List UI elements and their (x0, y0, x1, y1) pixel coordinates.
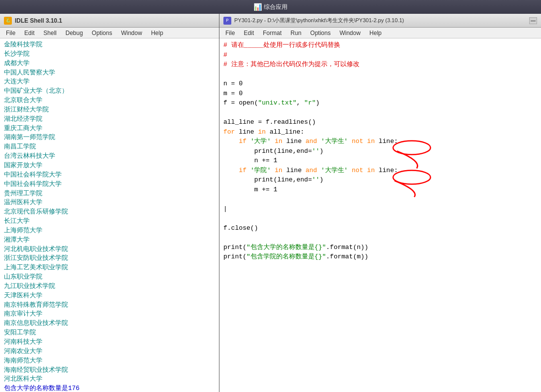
list-item: 温州医科大学 (4, 198, 215, 208)
py-menu-format[interactable]: Format (259, 29, 286, 37)
list-item: 安阳工学院 (4, 328, 215, 338)
list-item: 河北医科大学 (4, 375, 215, 384)
list-item: 中国社会科学院大学 (4, 171, 215, 180)
list-item: 国家开放大学 (4, 161, 215, 171)
list-item: 天津医科大学 (4, 291, 215, 301)
code-line: if '学院' in line and '大学生' not in line: (223, 166, 537, 176)
list-item: 台湾云林科技大学 (4, 152, 215, 161)
list-item: 浙江财经大学院 (4, 106, 215, 115)
list-item: 南京特殊教育师范学院 (4, 301, 215, 310)
list-item: 海南经贸职业技术学院 (4, 366, 215, 375)
list-item: 成都大学 (4, 59, 215, 69)
idle-shell-window: 🐍 IDLE Shell 3.10.1 FileEditShellDebugOp… (0, 14, 219, 392)
list-item: 贵州理工学院 (4, 189, 215, 199)
list-item: 山东职业学院 (4, 273, 215, 282)
code-line (223, 108, 537, 118)
code-line (223, 233, 537, 243)
code-line (223, 194, 537, 204)
code-line: # 请在_____处使用一行或多行代码替换 (223, 40, 537, 50)
py-menu-help[interactable]: Help (365, 29, 386, 37)
list-item: 大连大学 (4, 77, 215, 87)
code-line: all_line = f.readlines() (223, 117, 537, 127)
list-item: 中国社会科学院大学 (4, 180, 215, 189)
code-line (223, 70, 537, 79)
py-title-icon: P (223, 17, 231, 25)
list-item: 上海工艺美术职业学院 (4, 263, 215, 273)
idle-menu-edit[interactable]: Edit (20, 29, 38, 37)
idle-menu-window[interactable]: Window (117, 29, 146, 37)
code-line: f.close() (223, 223, 537, 233)
py-menu-options[interactable]: Options (306, 29, 334, 37)
list-item: 湖北经济学院 (4, 115, 215, 124)
py-menu-file[interactable]: File (221, 29, 239, 37)
list-item: 湘潭大学 (4, 236, 215, 245)
idle-menu-options[interactable]: Options (88, 29, 116, 37)
code-line: print("包含学院的名称数量是{}".format(m)) (223, 252, 537, 262)
code-line: # (223, 50, 537, 60)
code-line: # 注意：其他已给出代码仅作为提示，可以修改 (223, 60, 537, 70)
list-item: 河南农业大学 (4, 347, 215, 356)
list-item: 金陵科技学院 (4, 40, 215, 50)
code-line: n += 1 (223, 156, 537, 166)
list-item: 河南科技大学 (4, 338, 215, 347)
idle-menu-debug[interactable]: Debug (62, 29, 87, 37)
py-editor-window: P PY301-2.py - D:\小黑课堂\python\xhkt\考生文件夹… (219, 14, 541, 392)
list-item: 河北机电职业技术学院 (4, 245, 215, 254)
idle-title-text: IDLE Shell 3.10.1 (15, 17, 62, 24)
code-line (223, 214, 537, 223)
minimize-button[interactable]: — (529, 17, 537, 24)
py-menu-run[interactable]: Run (287, 29, 305, 37)
code-line: | (223, 204, 537, 214)
top-bar-title: 综合应用 (264, 3, 288, 11)
list-item: 长江大学 (4, 217, 215, 226)
code-line: print(line,end='') (223, 175, 537, 185)
py-titlebar: P PY301-2.py - D:\小黑课堂\python\xhkt\考生文件夹… (219, 14, 541, 28)
top-bar-icon: 📊 (253, 3, 262, 11)
code-line: n = 0 (223, 79, 537, 89)
list-item: 重庆工商大学 (4, 124, 215, 134)
idle-title-icon: 🐍 (4, 17, 12, 25)
code-line: m = 0 (223, 89, 537, 99)
list-item: 南昌工学院 (4, 143, 215, 152)
top-bar: 📊 综合应用 (0, 0, 541, 14)
list-item: 湖南第一师范学院 (4, 133, 215, 143)
idle-menu-shell[interactable]: Shell (39, 29, 61, 37)
list-item: 南京信息职业技术学院 (4, 319, 215, 328)
list-item: 北京现代音乐研修学院 (4, 208, 215, 217)
idle-menu-file[interactable]: File (2, 29, 19, 37)
idle-titlebar: 🐍 IDLE Shell 3.10.1 (0, 14, 219, 28)
list-item: 中国人民警察大学 (4, 69, 215, 78)
idle-content: 金陵科技学院长沙学院成都大学中国人民警察大学大连大学中国矿业大学（北京）北京联合… (0, 38, 219, 392)
list-item: 南京审计大学 (4, 310, 215, 319)
list-item: 浙江安防职业技术学院 (4, 254, 215, 263)
code-line: for line in all_line: (223, 127, 537, 137)
list-item: 北京联合大学 (4, 96, 215, 106)
code-line: print("包含大学的名称数量是{}".format(n)) (223, 243, 537, 252)
result-line: 包含大学的名称数量是176 (4, 384, 215, 392)
win-controls[interactable]: — (529, 17, 537, 24)
code-line: if '大学' in line and '大学生' not in line: (223, 137, 537, 146)
py-menubar[interactable]: FileEditFormatRunOptionsWindowHelp (219, 28, 541, 38)
list-item: 长沙学院 (4, 50, 215, 59)
list-item: 九江职业技术学院 (4, 282, 215, 291)
list-item: 中国矿业大学（北京） (4, 87, 215, 96)
code-line: m += 1 (223, 185, 537, 195)
py-content: # 请在_____处使用一行或多行代码替换## 注意：其他已给出代码仅作为提示，… (219, 38, 541, 392)
code-line: print(line,end='') (223, 146, 537, 156)
py-title-text: PY301-2.py - D:\小黑课堂\python\xhkt\考生文件夹\P… (234, 17, 404, 24)
py-menu-edit[interactable]: Edit (240, 29, 258, 37)
idle-menu-help[interactable]: Help (147, 29, 167, 37)
list-item: 海南师范大学 (4, 356, 215, 366)
py-menu-window[interactable]: Window (335, 29, 364, 37)
idle-menubar[interactable]: FileEditShellDebugOptionsWindowHelp (0, 28, 219, 38)
list-item: 上海师范大学 (4, 226, 215, 236)
code-line: f = open("univ.txt", "r") (223, 98, 537, 108)
